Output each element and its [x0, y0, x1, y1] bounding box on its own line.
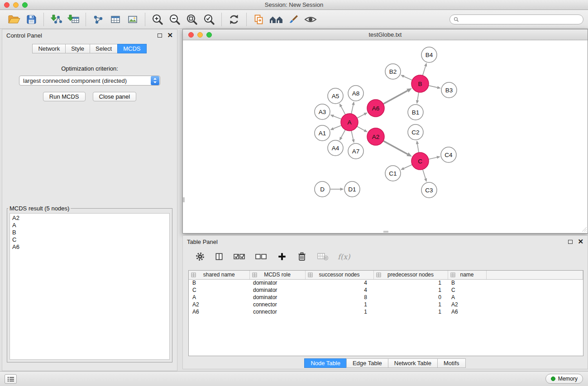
mcds-result-item[interactable]: A6	[12, 243, 167, 251]
dropdown-stepper[interactable]	[151, 76, 159, 85]
table-cell[interactable]: 0	[373, 294, 448, 301]
minimize-window-button[interactable]	[13, 2, 19, 8]
graph-edge-C-C2[interactable]	[417, 144, 419, 152]
add-column-button[interactable]	[276, 249, 288, 264]
graph-edge-C-C1[interactable]	[404, 165, 412, 168]
table-cell[interactable]: 1	[373, 286, 448, 294]
duplicate-view-button[interactable]	[250, 12, 268, 27]
column-header-predecessor-nodes[interactable]: predecessor nodes	[373, 271, 448, 279]
graph-edge-A-A4[interactable]	[341, 130, 345, 138]
graph-edge-B-B3[interactable]	[429, 86, 437, 87]
close-table-panel-icon[interactable]: ✕	[578, 239, 583, 244]
network-minimize-button[interactable]	[197, 32, 203, 38]
table-row[interactable]: A6connector11A6	[189, 308, 583, 315]
tab-select[interactable]: Select	[90, 44, 118, 53]
column-header-shared-name[interactable]: shared name	[189, 271, 249, 279]
network-close-button[interactable]	[188, 32, 194, 38]
delete-column-button[interactable]	[296, 249, 308, 264]
graph-edge-C-C4[interactable]	[429, 157, 437, 159]
graph-edge-A-A8[interactable]	[351, 105, 353, 114]
table-row[interactable]: Cdominator41C	[189, 286, 583, 294]
refresh-button[interactable]	[225, 12, 243, 27]
first-neighbors-button[interactable]	[268, 12, 285, 27]
tab-mcds[interactable]: MCDS	[117, 44, 146, 53]
graph-edge-A-A1[interactable]	[334, 125, 341, 129]
close-panel-icon[interactable]: ✕	[167, 33, 173, 38]
network-canvas[interactable]: B4B2BB3A5A8A6A3B1AC2A1A2A4A7C4CC1DD1C3	[183, 40, 588, 233]
column-header-successor-nodes[interactable]: successor nodes	[305, 271, 373, 279]
close-window-button[interactable]	[4, 2, 10, 8]
table-cell[interactable]: connector	[249, 301, 305, 308]
table-row[interactable]: Bdominator41B	[189, 279, 583, 286]
save-session-button[interactable]	[23, 12, 40, 27]
table-row[interactable]: A2connector11A2	[189, 301, 583, 308]
import-network-button[interactable]	[48, 12, 65, 27]
table-cell[interactable]: A6	[448, 308, 486, 315]
resize-grip-icon[interactable]	[581, 226, 587, 232]
table-cell[interactable]: dominator	[249, 294, 305, 301]
network-zoom-button[interactable]	[206, 32, 212, 38]
tab-network-table[interactable]: Network Table	[388, 358, 438, 368]
table-cell[interactable]: 4	[305, 279, 373, 286]
new-table-button[interactable]	[107, 12, 124, 27]
criterion-dropdown[interactable]: largest connected component (directed)	[19, 76, 160, 86]
mcds-result-item[interactable]: C	[12, 236, 167, 243]
close-panel-button[interactable]: Close panel	[93, 92, 137, 101]
horizontal-scroll-hint[interactable]	[383, 231, 388, 233]
open-session-button[interactable]	[5, 12, 23, 27]
search-input[interactable]	[461, 15, 583, 24]
zoom-in-button[interactable]	[149, 12, 166, 27]
zoom-selected-button[interactable]	[201, 12, 218, 27]
tab-motifs[interactable]: Motifs	[437, 358, 466, 368]
tab-network[interactable]: Network	[32, 44, 66, 53]
column-selector-button[interactable]	[214, 249, 225, 264]
zoom-out-button[interactable]	[166, 12, 183, 27]
tab-edge-table[interactable]: Edge Table	[346, 358, 388, 368]
graph-edge-A-A7[interactable]	[351, 131, 353, 139]
mcds-result-item[interactable]: A	[12, 222, 167, 229]
table-cell[interactable]: C	[189, 286, 249, 294]
float-panel-icon[interactable]	[158, 33, 162, 38]
graph-edge-B-B1[interactable]	[417, 92, 419, 100]
graph-edge-A-A5[interactable]	[341, 106, 345, 114]
table-cell[interactable]: dominator	[249, 286, 305, 294]
table-cell[interactable]: 1	[373, 279, 448, 286]
graph-edge-A-A3[interactable]	[334, 116, 341, 119]
tab-style[interactable]: Style	[65, 44, 90, 53]
delete-table-button[interactable]	[316, 249, 330, 264]
show-panels-button[interactable]	[5, 374, 17, 384]
float-table-panel-icon[interactable]	[568, 240, 573, 244]
run-mcds-button[interactable]: Run MCDS	[43, 92, 86, 101]
table-cell[interactable]: 1	[305, 301, 373, 308]
column-header-mcds-role[interactable]: MCDS role	[249, 271, 305, 279]
select-all-button[interactable]	[233, 249, 246, 264]
vertical-scroll-hint[interactable]	[183, 197, 185, 202]
zoom-window-button[interactable]	[22, 2, 28, 8]
table-cell[interactable]: A2	[448, 301, 486, 308]
mcds-result-item[interactable]: A2	[12, 214, 167, 222]
table-cell[interactable]: dominator	[249, 279, 305, 286]
style-brush-button[interactable]	[285, 12, 302, 27]
table-cell[interactable]: 4	[305, 286, 373, 294]
table-cell[interactable]: connector	[249, 308, 305, 315]
table-cell[interactable]: A	[189, 294, 249, 301]
table-cell[interactable]: C	[448, 286, 486, 294]
show-hide-button[interactable]	[302, 12, 319, 27]
graph-edge-A-A2[interactable]	[357, 126, 364, 130]
network-window-titlebar[interactable]: testGlobe.txt	[183, 29, 588, 40]
graph-edge-A-A6[interactable]	[357, 114, 364, 118]
table-cell[interactable]: 8	[305, 294, 373, 301]
import-table-button[interactable]	[65, 12, 82, 27]
table-row[interactable]: Adominator80A	[189, 294, 583, 301]
table-cell[interactable]: 1	[373, 308, 448, 315]
table-settings-button[interactable]	[195, 249, 206, 264]
table-cell[interactable]: A	[448, 294, 486, 301]
graph-edge-C-C3[interactable]	[423, 170, 425, 179]
graph-edge-B-B4[interactable]	[423, 66, 425, 75]
zoom-fit-button[interactable]	[183, 12, 201, 27]
table-cell[interactable]: 1	[305, 308, 373, 315]
table-cell[interactable]: 1	[373, 301, 448, 308]
table-cell[interactable]: A2	[189, 301, 249, 308]
column-header-name[interactable]: name	[448, 271, 486, 279]
function-builder-button[interactable]: f(x)	[338, 253, 350, 261]
